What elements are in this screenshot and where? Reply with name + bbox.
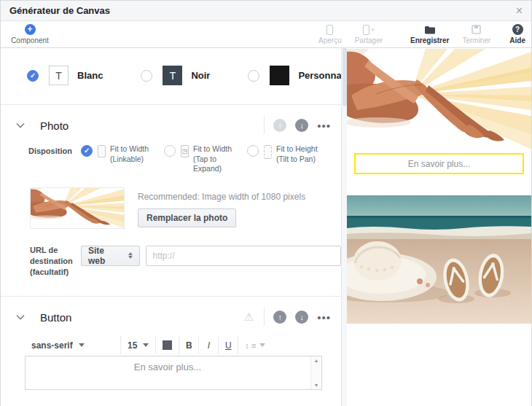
photo-body: Recommended: Image width of 1080 pixels … bbox=[1, 174, 341, 229]
chevron-down-icon bbox=[259, 343, 265, 347]
help-button[interactable]: ? Aide bbox=[509, 24, 525, 44]
divider bbox=[264, 308, 265, 326]
theme-option-noir[interactable]: T Noir bbox=[141, 66, 210, 85]
photo-section-title: Photo bbox=[40, 120, 69, 132]
scroll-down-icon[interactable]: ▼ bbox=[314, 383, 319, 388]
theme-options: T Blanc T Noir Personnalisé bbox=[1, 48, 341, 85]
radio-icon[interactable] bbox=[164, 145, 176, 157]
radio-checked-icon[interactable] bbox=[81, 145, 93, 157]
underline-button[interactable]: U bbox=[219, 336, 238, 354]
bold-button[interactable]: B bbox=[179, 336, 199, 354]
text-color-chip-icon bbox=[163, 340, 172, 350]
scrollbar[interactable]: ▲ ▼ bbox=[310, 356, 321, 389]
titlebar: Générateur de Canvas × bbox=[1, 1, 531, 21]
button-section-title: Button bbox=[40, 311, 71, 324]
divider bbox=[264, 117, 265, 134]
url-destination-label: URL de destination (facultatif) bbox=[30, 245, 81, 278]
button-section-header: Button ⚠ ↑ ↓ ••• bbox=[1, 297, 341, 326]
scrollbar-thumb[interactable] bbox=[343, 48, 347, 106]
finish-button[interactable]: Terminer bbox=[462, 24, 490, 44]
panel-scrollbar[interactable] bbox=[341, 48, 347, 406]
phone-tilt-pan-icon bbox=[264, 145, 272, 159]
font-family-select[interactable]: sans-serif bbox=[25, 336, 121, 354]
help-icon: ? bbox=[512, 24, 523, 35]
disposition-row: Disposition Fit to Width (Linkable) Fit … bbox=[1, 134, 341, 174]
disposition-label: Disposition bbox=[28, 144, 81, 174]
chevron-down-icon bbox=[79, 343, 85, 347]
preview-photo-beach[interactable] bbox=[347, 195, 531, 324]
phone-preview-icon bbox=[326, 24, 333, 35]
select-updown-icon bbox=[128, 252, 133, 259]
phone-fit-width-icon bbox=[98, 145, 106, 157]
replace-photo-button[interactable]: Remplacer la photo bbox=[138, 208, 236, 227]
line-spacing-select[interactable]: ↕ ≡ bbox=[238, 336, 272, 354]
radio-icon[interactable] bbox=[248, 70, 259, 82]
warning-icon: ⚠ bbox=[244, 311, 254, 324]
photo-url-row: URL de destination (facultatif) Site web bbox=[1, 229, 341, 278]
add-component-button[interactable]: + Component bbox=[7, 24, 53, 44]
theme-option-personnalise[interactable]: Personnalisé bbox=[248, 66, 341, 85]
more-options-icon[interactable]: ••• bbox=[317, 311, 331, 324]
toolbar-actions: Aperçu + Partager Enregistrer Terminer ? bbox=[305, 24, 531, 44]
phone-share-icon: + bbox=[363, 24, 375, 35]
canvas-preview: En savoir plus... bbox=[347, 48, 531, 406]
photo-section-header: Photo ↑ ↓ ••• bbox=[1, 105, 341, 134]
finish-save-icon bbox=[472, 24, 481, 35]
plus-icon: + bbox=[25, 24, 36, 35]
theme-swatch-white[interactable]: T bbox=[49, 66, 69, 85]
scroll-up-icon[interactable]: ▲ bbox=[314, 358, 319, 363]
button-text-input[interactable]: En savoir plus... bbox=[26, 356, 310, 389]
phone-tap-expand-icon bbox=[181, 145, 189, 157]
save-button[interactable]: Enregistrer bbox=[410, 24, 449, 44]
move-up-icon[interactable]: ↑ bbox=[273, 311, 286, 324]
preview-cta-button[interactable]: En savoir plus... bbox=[354, 153, 524, 174]
close-icon[interactable]: × bbox=[516, 5, 523, 17]
chevron-down-icon[interactable] bbox=[15, 313, 26, 321]
theme-option-blanc[interactable]: T Blanc bbox=[27, 66, 103, 85]
font-size-select[interactable]: 15 bbox=[121, 336, 156, 354]
canvas-builder-dialog: Générateur de Canvas × + Component Aperç… bbox=[0, 0, 532, 406]
radio-icon[interactable] bbox=[247, 145, 259, 157]
move-down-icon[interactable]: ↓ bbox=[295, 311, 308, 324]
photo-thumbnail bbox=[30, 187, 125, 229]
preview-button[interactable]: Aperçu bbox=[318, 24, 342, 44]
button-text-editor: En savoir plus... ▲ ▼ bbox=[25, 356, 322, 390]
recommended-text: Recommended: Image width of 1080 pixels bbox=[138, 192, 305, 202]
theme-swatch-dark[interactable]: T bbox=[163, 66, 182, 85]
disposition-option-linkable[interactable]: Fit to Width (Linkable) bbox=[81, 144, 157, 174]
text-color-button[interactable] bbox=[156, 336, 179, 354]
button-url-row: URL de destination (requise) Site web bbox=[1, 390, 341, 406]
move-up-icon[interactable]: ↑ bbox=[273, 119, 286, 132]
url-type-select[interactable]: Site web bbox=[81, 246, 141, 266]
disposition-option-tap-expand[interactable]: Fit to Width (Tap to Expand) bbox=[164, 144, 240, 174]
share-button[interactable]: + Partager bbox=[355, 24, 383, 44]
save-folder-icon bbox=[425, 24, 435, 35]
chevron-down-icon bbox=[143, 343, 149, 347]
editor-panel: T Blanc T Noir Personnalisé Photo bbox=[1, 48, 341, 406]
radio-checked-icon[interactable] bbox=[27, 70, 39, 82]
theme-swatch-custom[interactable] bbox=[270, 66, 289, 85]
dialog-title: Générateur de Canvas bbox=[9, 5, 110, 16]
radio-icon[interactable] bbox=[141, 70, 152, 82]
photo-url-input[interactable] bbox=[146, 246, 341, 266]
preview-photo-legs[interactable] bbox=[347, 49, 531, 149]
text-format-toolbar: sans-serif 15 B I U ↕ ≡ bbox=[25, 336, 322, 354]
component-label: Component bbox=[11, 36, 49, 44]
line-spacing-icon: ↕ ≡ bbox=[245, 341, 256, 350]
italic-button[interactable]: I bbox=[199, 336, 219, 354]
disposition-option-tilt-pan[interactable]: Fit to Height (Tilt to Pan) bbox=[247, 144, 323, 174]
move-down-icon[interactable]: ↓ bbox=[295, 119, 308, 132]
chevron-down-icon[interactable] bbox=[15, 122, 26, 129]
more-options-icon[interactable]: ••• bbox=[317, 120, 331, 132]
toolbar: + Component Aperçu + Partager Enregistre… bbox=[1, 21, 531, 48]
